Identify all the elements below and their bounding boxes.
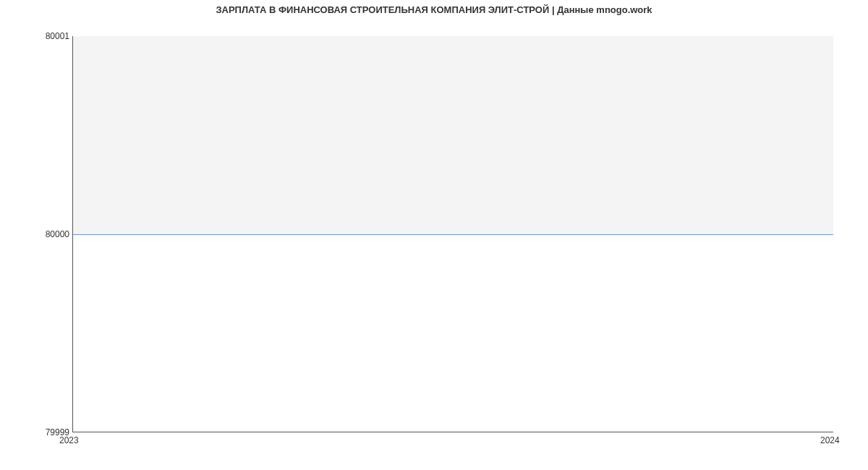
y-tick-top: 80001 [4, 32, 69, 40]
salary-line [73, 234, 833, 235]
chart-title: ЗАРПЛАТА В ФИНАНСОВАЯ СТРОИТЕЛЬНАЯ КОМПА… [0, 4, 868, 15]
x-tick-right: 2024 [820, 435, 840, 445]
y-tick-mid: 80000 [4, 230, 69, 239]
plot-area [72, 36, 833, 432]
salary-chart: ЗАРПЛАТА В ФИНАНСОВАЯ СТРОИТЕЛЬНАЯ КОМПА… [0, 0, 868, 470]
plot-grid-band [73, 36, 833, 234]
x-tick-left: 2023 [59, 435, 79, 445]
